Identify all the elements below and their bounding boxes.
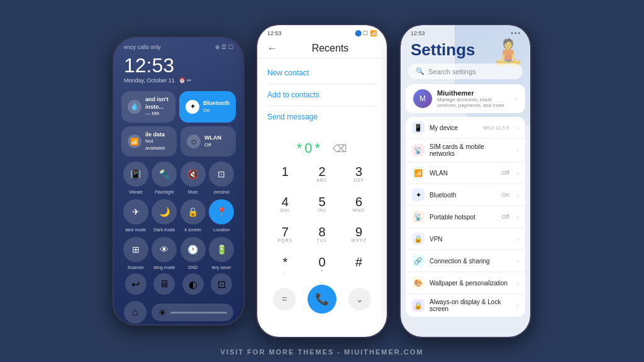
p3-account-arrow: › (516, 96, 518, 102)
p2-new-contact-link[interactable]: New contact (267, 65, 377, 81)
p2-key-9[interactable]: 9WXYZ (341, 221, 377, 250)
p2-dial-number: *0* (297, 140, 323, 156)
p3-search-bar[interactable]: 🔍 Search settings (408, 63, 523, 79)
p3-mydevice-label: My device (430, 124, 478, 131)
p1-brightness-bar (170, 312, 227, 314)
phone-2-screen: 12:53 🔵 ☐ 📶 ← Recents New contact Add to… (257, 25, 387, 337)
p1-wlan-text: WLAN Off (204, 134, 221, 148)
p3-wallpaper-label: Wallpaper & personalization (430, 280, 509, 287)
p2-key-3[interactable]: 3DEF (341, 160, 377, 189)
p1-home-button[interactable]: ⌂ (124, 301, 147, 324)
p3-mydevice-version: MIUI 12.5.5 (483, 125, 509, 131)
p1-flashlight-btn[interactable]: 🔦 Flashlight (152, 162, 177, 194)
p2-dialpad: *0* ⌫ 1 2ABC 3DEF 4GHI 5JKL 6MNO 7PQRS 8… (257, 131, 387, 319)
p1-tile-bluetooth[interactable]: ✦ Bluetooth On (179, 91, 236, 123)
p2-key-star[interactable]: *, (267, 251, 303, 280)
p3-bluetooth-icon: ✦ (412, 189, 425, 201)
p2-key-6[interactable]: 6MNO (341, 190, 377, 219)
p1-tile-data[interactable]: 💧 and isn't insto... — MB (121, 91, 175, 123)
p1-tiles: 💧 and isn't insto... — MB ✦ Bluetooth (114, 89, 243, 159)
p3-vpn-label: VPN (430, 236, 509, 243)
p2-key-1[interactable]: 1 (267, 160, 303, 189)
p2-call-button[interactable]: 📞 (308, 285, 336, 314)
phone-1-screen: ency calls only ⊗ ☰ ☐ 12:53 Monday, Octo… (114, 38, 243, 324)
p2-bottom-bar: = 📞 ⌄ (257, 280, 387, 319)
p3-time: 12:53 (411, 30, 425, 36)
p1-data-icon: 💧 (128, 100, 142, 114)
p1-airplane-btn[interactable]: ✈ lane mode (123, 199, 148, 232)
p3-hotspot-value: Off (502, 214, 509, 220)
phone-2-bg: 12:53 🔵 ☐ 📶 ← Recents New contact Add to… (257, 25, 387, 337)
p3-hotspot-icon: 📡 (412, 211, 425, 223)
p1-brightness-slider[interactable]: ☀ (152, 304, 233, 321)
p3-item-aod[interactable]: 🔒 Always-on display & Lock screen › (406, 294, 525, 317)
p3-hotspot-label: Portable hotspot (430, 214, 497, 221)
p3-sim-icon: 📡 (412, 144, 425, 156)
p2-key-8[interactable]: 8TUV (304, 221, 340, 250)
p3-mydevice-icon: 📱 (412, 121, 425, 134)
p3-wlan-label: WLAN (430, 170, 497, 177)
p3-hotspot-arrow: › (517, 214, 519, 221)
p2-key-5[interactable]: 5JKL (304, 190, 340, 219)
p2-back-button[interactable]: ← (267, 43, 277, 54)
p1-tile-wlan[interactable]: ◇ WLAN Off (180, 126, 236, 156)
background: ency calls only ⊗ ☰ ☐ 12:53 Monday, Octo… (0, 0, 644, 362)
phone-3: 🧘 12:53 • • • Settings 🔍 Search settings (399, 24, 531, 338)
p3-item-wlan[interactable]: 📶 WLAN Off › (406, 162, 525, 184)
p1-quick-row1: 📳 Vibrate 🔦 Flashlight 🔇 Mute ⊡ (114, 159, 243, 197)
p2-backspace-btn[interactable]: ⌫ (333, 143, 347, 155)
p1-screenshot-btn[interactable]: ⊡ eenshot (209, 162, 234, 194)
p3-status-bar: 12:53 • • • (401, 25, 530, 39)
p3-vpn-icon: 🔒 (412, 233, 425, 245)
p3-connection-arrow: › (517, 258, 519, 265)
p2-key-hash[interactable]: # (341, 251, 377, 280)
p3-status-icons: • • • (511, 30, 520, 36)
p3-item-mydevice[interactable]: 📱 My device MIUI 12.5.5 › (406, 117, 525, 139)
p1-scanner-btn[interactable]: ⊞ Scanner (123, 237, 148, 270)
p2-more-btn[interactable]: = (273, 288, 296, 310)
p3-item-connection[interactable]: 🔗 Connection & sharing › (406, 250, 525, 272)
p2-key-7[interactable]: 7PQRS (267, 221, 303, 250)
p1-back-btn[interactable]: ↩ (125, 273, 147, 295)
p2-header: ← Recents (257, 39, 387, 58)
p2-key-2[interactable]: 2ABC (304, 160, 340, 189)
p1-date: Monday, October 11 ⏰ ✏ (114, 77, 243, 89)
p2-down-btn[interactable]: ⌄ (348, 288, 371, 310)
p2-key-4[interactable]: 4GHI (267, 190, 303, 219)
p1-battery-btn[interactable]: 🔋 tery saver (209, 237, 234, 270)
p1-location-btn[interactable]: 📍 Location (209, 199, 234, 232)
p3-mydevice-arrow: › (517, 124, 519, 131)
p1-quick-row3: ⊞ Scanner 👁 iding mode 🕐 DND 🔋 (114, 234, 243, 272)
p3-wlan-value: Off (502, 170, 509, 176)
p2-divider1 (267, 84, 377, 84)
p3-sim-arrow: › (517, 147, 519, 154)
phone-3-screen: 🧘 12:53 • • • Settings 🔍 Search settings (401, 25, 530, 337)
p1-status-icons: ⊗ ☰ ☐ (215, 44, 233, 50)
p3-item-bluetooth[interactable]: ✦ Bluetooth On › (406, 184, 525, 206)
p3-item-wallpaper[interactable]: 🎨 Wallpaper & personalization › (406, 272, 525, 294)
p1-reading-btn[interactable]: 👁 iding mode (152, 237, 177, 270)
p2-send-message-link[interactable]: Send message (267, 109, 377, 125)
p1-mute-btn[interactable]: 🔇 Mute (180, 162, 206, 194)
p1-vibrate-btn[interactable]: 📳 Vibrate (123, 162, 148, 194)
p1-data-text: and isn't insto... — MB (145, 96, 169, 118)
p1-lockscreen-btn[interactable]: 🔒 k screen (180, 199, 206, 232)
p1-bluetooth-text: Bluetooth On (203, 100, 230, 114)
p3-item-vpn[interactable]: 🔒 VPN › (406, 228, 525, 250)
p3-item-hotspot[interactable]: 📡 Portable hotspot Off › (406, 206, 525, 228)
p1-mobile-text: ile data Not available (145, 131, 170, 151)
p1-row-2: 📶 ile data Not available ◇ WLAN (121, 126, 236, 156)
p1-circle-btn[interactable]: ◐ (182, 273, 204, 295)
p3-account-item[interactable]: M Miuithemer Manage accounts, cloud serv… (406, 84, 525, 113)
p3-content: 12:53 • • • Settings 🔍 Search settings M… (401, 25, 530, 317)
p2-add-contacts-link[interactable]: Add to contacts (267, 87, 377, 103)
p1-tile-mobile[interactable]: 📶 ile data Not available (121, 126, 177, 156)
p3-item-sim[interactable]: 📡 SIM cards & mobile networks › (406, 139, 525, 162)
p1-darkmode-btn[interactable]: 🌙 Dark mode (152, 199, 177, 232)
phones-container: ency calls only ⊗ ☰ ☐ 12:53 Monday, Octo… (113, 24, 531, 338)
p2-key-0[interactable]: 0+ (304, 251, 340, 280)
p1-dnd-btn[interactable]: 🕐 DND (180, 237, 206, 270)
p1-screen-btn[interactable]: 🖥 (153, 273, 175, 295)
p1-square-btn[interactable]: ⊡ (211, 273, 232, 295)
p2-keypad: 1 2ABC 3DEF 4GHI 5JKL 6MNO 7PQRS 8TUV 9W… (257, 160, 387, 280)
